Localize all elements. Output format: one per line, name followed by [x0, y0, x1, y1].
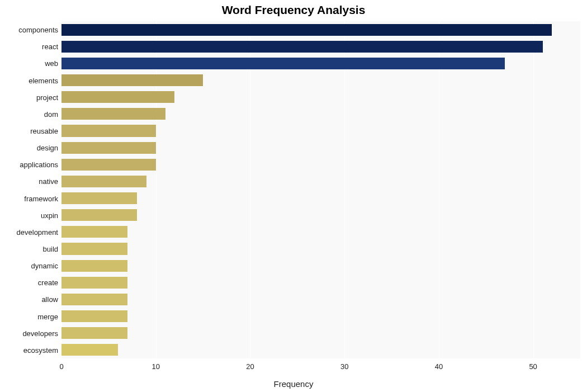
y-tick-label: uxpin: [41, 211, 58, 219]
x-tick-label: 20: [246, 362, 254, 371]
bar: [61, 125, 156, 136]
y-tick-label: reusable: [30, 126, 58, 135]
x-axis-label: Frequency: [0, 379, 587, 389]
y-tick-label: project: [36, 93, 58, 101]
bar: [61, 277, 127, 289]
x-tick-label: 40: [435, 362, 443, 371]
bar: [61, 260, 127, 272]
y-tick-label: elements: [29, 76, 58, 84]
y-tick-label: native: [39, 177, 58, 186]
x-tick-label: 30: [340, 362, 348, 371]
bar: [61, 176, 146, 187]
bar: [61, 108, 165, 120]
y-tick-label: developers: [22, 329, 58, 337]
chart-title: Word Frequency Analysis: [0, 3, 587, 17]
bar: [61, 294, 127, 305]
bar: [61, 209, 137, 221]
bar: [61, 91, 174, 103]
bar: [61, 74, 203, 86]
y-tick-label: build: [43, 245, 58, 253]
bar: [61, 24, 552, 36]
chart-container: Word Frequency Analysis componentsreactw…: [0, 0, 587, 392]
y-tick-label: design: [37, 144, 58, 152]
y-tick-label: applications: [20, 160, 58, 169]
y-tick-label: development: [17, 228, 58, 236]
x-tick-label: 50: [529, 362, 537, 371]
bar: [61, 192, 137, 204]
x-tick-label: 0: [59, 362, 63, 371]
plot-area: [61, 21, 580, 358]
y-tick-label: create: [38, 278, 58, 287]
y-tick-label: react: [42, 42, 58, 51]
y-tick-label: dom: [44, 110, 58, 118]
y-tick-label: framework: [24, 194, 58, 202]
y-tick-label: components: [18, 26, 58, 34]
y-tick-label: allow: [41, 295, 58, 304]
bar: [61, 142, 156, 154]
bar: [61, 41, 543, 53]
y-tick-label: web: [45, 59, 58, 68]
y-tick-label: merge: [37, 312, 58, 320]
bar: [61, 344, 118, 356]
bar: [61, 310, 127, 322]
y-tick-label: ecosystem: [23, 346, 58, 354]
y-tick-label: dynamic: [31, 262, 58, 270]
bar: [61, 327, 127, 339]
x-tick-label: 10: [152, 362, 159, 371]
bars-layer: [61, 21, 580, 358]
bar: [61, 58, 505, 69]
bar: [61, 226, 127, 238]
bar: [61, 243, 127, 254]
bar: [61, 159, 156, 171]
